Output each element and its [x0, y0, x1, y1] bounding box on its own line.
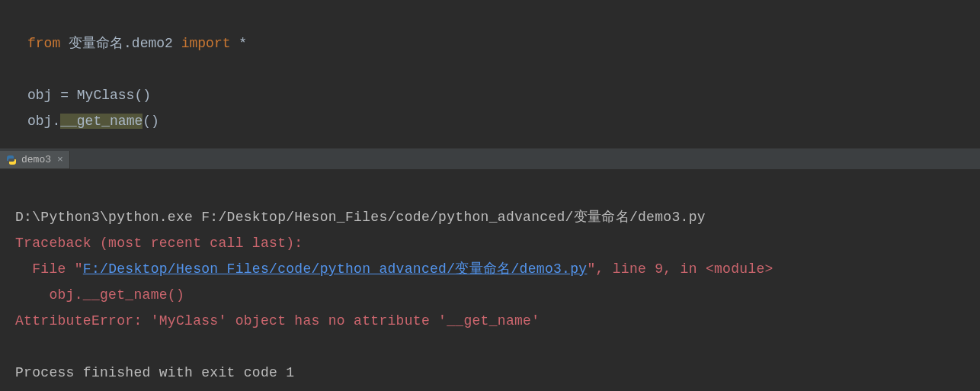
- traceback-src-line: obj.__get_name(): [15, 287, 184, 303]
- tb-module: <module>: [706, 261, 773, 277]
- dot: .: [123, 36, 132, 51]
- dot-2: .: [52, 114, 60, 129]
- run-tab-label: demo3: [21, 154, 51, 165]
- import-mod: demo2: [132, 36, 173, 51]
- method-getname: __get_name: [60, 114, 143, 129]
- kw-import: import: [181, 36, 231, 51]
- tb-line-no: 9: [655, 261, 663, 277]
- run-tab-demo3[interactable]: demo3 ×: [0, 151, 70, 168]
- var-obj: obj: [27, 88, 52, 103]
- console-cmdline: D:\Python3\python.exe F:/Desktop/Heson_F…: [15, 210, 706, 225]
- eq: =: [52, 88, 76, 103]
- tb-file-suffix1: ", line: [587, 261, 655, 277]
- run-console[interactable]: D:\Python3\python.exe F:/Desktop/Heson_F…: [0, 169, 980, 386]
- cls-myclass: MyClass: [77, 88, 135, 103]
- traceback-file-line: File "F:/Desktop/Heson_Files/code/python…: [15, 261, 773, 277]
- import-star: *: [239, 36, 247, 51]
- tb-file-suffix2: , in: [663, 261, 706, 277]
- process-exit: Process finished with exit code 1: [15, 365, 294, 380]
- var-obj-2: obj: [27, 114, 52, 129]
- call-parens: (): [134, 88, 151, 103]
- traceback-header: Traceback (most recent call last):: [15, 236, 303, 251]
- panel-divider: demo3 ×: [0, 148, 980, 169]
- kw-from: from: [27, 36, 60, 51]
- close-icon[interactable]: ×: [56, 154, 63, 165]
- attribute-error: AttributeError: 'MyClass' object has no …: [15, 313, 540, 329]
- code-line-1: from 变量命名.demo2 import *: [27, 36, 247, 51]
- code-line-4: obj.__get_name(): [27, 114, 159, 129]
- tb-file-link[interactable]: F:/Desktop/Heson_Files/code/python_advan…: [83, 261, 588, 277]
- call-parens-2: (): [143, 114, 159, 129]
- code-line-3: obj = MyClass(): [27, 88, 151, 103]
- code-editor[interactable]: from 变量命名.demo2 import * obj = MyClass()…: [0, 0, 980, 148]
- tb-file-prefix: File ": [15, 261, 83, 277]
- import-pkg: 变量命名: [69, 36, 123, 51]
- python-file-icon: [6, 155, 17, 165]
- run-tabs: demo3 ×: [0, 151, 70, 169]
